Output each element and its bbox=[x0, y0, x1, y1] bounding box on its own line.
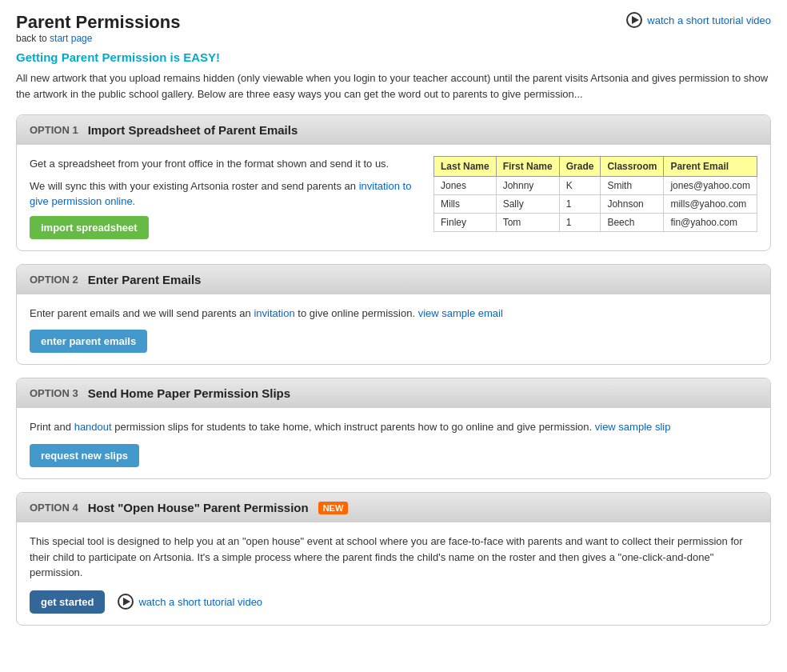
option4-tutorial-link[interactable]: watch a short tutorial video bbox=[118, 594, 262, 610]
option3-label: OPTION 3 bbox=[30, 387, 78, 399]
col-lastname: Last Name bbox=[433, 157, 496, 177]
back-link-container: back to start page bbox=[16, 33, 180, 44]
page-title: Parent Permissions bbox=[16, 12, 180, 33]
cell: Mills bbox=[433, 195, 496, 214]
cell: Smith bbox=[601, 177, 664, 195]
option3-header: OPTION 3 Send Home Paper Permission Slip… bbox=[17, 378, 770, 408]
option1-content: Get a spreadsheet from your front office… bbox=[17, 145, 770, 250]
handout-link[interactable]: handout bbox=[74, 421, 112, 433]
view-sample-slip-link[interactable]: view sample slip bbox=[595, 421, 671, 433]
spreadsheet-table: Last Name First Name Grade Classroom Par… bbox=[433, 156, 757, 232]
cell: Sally bbox=[496, 195, 559, 214]
option4-header: OPTION 4 Host "Open House" Parent Permis… bbox=[17, 493, 770, 522]
cell: 1 bbox=[559, 195, 601, 214]
option1-label: OPTION 1 bbox=[30, 124, 78, 136]
cell: Beech bbox=[601, 214, 664, 232]
option3-text: Print and handout permission slips for s… bbox=[30, 419, 757, 436]
option4-content: This special tool is designed to help yo… bbox=[17, 522, 770, 625]
option2-text: Enter parent emails and we will send par… bbox=[30, 306, 757, 322]
header-tutorial-link[interactable]: watch a short tutorial video bbox=[626, 12, 771, 28]
get-started-button[interactable]: get started bbox=[30, 590, 105, 614]
cell: Johnson bbox=[601, 195, 664, 214]
option4-description: This special tool is designed to help yo… bbox=[30, 534, 757, 581]
option2-title: Enter Parent Emails bbox=[88, 273, 202, 286]
option4-title: Host "Open House" Parent Permission bbox=[88, 501, 309, 514]
cell: Jones bbox=[433, 177, 496, 195]
option2-content: Enter parent emails and we will send par… bbox=[17, 294, 770, 365]
cell: K bbox=[559, 177, 601, 195]
page-header: Parent Permissions back to start page wa… bbox=[16, 12, 771, 44]
option1-text: Get a spreadsheet from your front office… bbox=[30, 156, 417, 239]
cell: Finley bbox=[433, 214, 496, 232]
option1-header: OPTION 1 Import Spreadsheet of Parent Em… bbox=[17, 115, 770, 145]
cell: Johnny bbox=[496, 177, 559, 195]
option1-layout: Get a spreadsheet from your front office… bbox=[30, 156, 757, 239]
option1-box: OPTION 1 Import Spreadsheet of Parent Em… bbox=[16, 114, 771, 251]
tutorial-link-bottom[interactable]: watch a short tutorial video bbox=[138, 596, 262, 608]
option3-box: OPTION 3 Send Home Paper Permission Slip… bbox=[16, 378, 771, 479]
option1-desc2: We will sync this with your existing Art… bbox=[30, 178, 417, 210]
option1-table-container: Last Name First Name Grade Classroom Par… bbox=[433, 156, 757, 232]
back-text: back to bbox=[16, 33, 47, 44]
header-left: Parent Permissions back to start page bbox=[16, 12, 180, 44]
option3-content: Print and handout permission slips for s… bbox=[17, 408, 770, 478]
option4-label: OPTION 4 bbox=[30, 502, 78, 514]
start-page-link[interactable]: start page bbox=[50, 33, 92, 44]
option2-label: OPTION 2 bbox=[30, 274, 78, 286]
cell: 1 bbox=[559, 214, 601, 232]
invitation-link2[interactable]: invitation bbox=[254, 307, 294, 319]
request-new-slips-button[interactable]: request new slips bbox=[30, 444, 139, 467]
play-triangle bbox=[632, 16, 639, 24]
option1-desc1: Get a spreadsheet from your front office… bbox=[30, 156, 417, 172]
enter-parent-emails-button[interactable]: enter parent emails bbox=[30, 330, 147, 353]
option3-title: Send Home Paper Permission Slips bbox=[88, 386, 290, 400]
col-grade: Grade bbox=[559, 157, 601, 177]
play-icon-bottom bbox=[118, 594, 134, 610]
option4-box: OPTION 4 Host "Open House" Parent Permis… bbox=[16, 492, 771, 626]
col-firstname: First Name bbox=[496, 157, 559, 177]
tutorial-link-top[interactable]: watch a short tutorial video bbox=[647, 14, 771, 26]
intro-text: All new artwork that you upload remains … bbox=[16, 70, 771, 102]
import-spreadsheet-button[interactable]: import spreadsheet bbox=[30, 216, 149, 239]
easy-heading: Getting Parent Permission is EASY! bbox=[16, 50, 771, 64]
col-email: Parent Email bbox=[664, 157, 757, 177]
option4-footer: get started watch a short tutorial video bbox=[30, 590, 757, 614]
option1-title: Import Spreadsheet of Parent Emails bbox=[88, 123, 298, 137]
col-classroom: Classroom bbox=[601, 157, 664, 177]
play-icon bbox=[626, 12, 642, 28]
new-badge: NEW bbox=[318, 502, 349, 514]
table-row: Finley Tom 1 Beech fin@yahoo.com bbox=[433, 214, 757, 232]
invitation-link[interactable]: invitation to give permission online. bbox=[30, 180, 411, 208]
view-sample-email-link[interactable]: view sample email bbox=[418, 307, 503, 319]
cell: jones@yahoo.com bbox=[664, 177, 757, 195]
cell: Tom bbox=[496, 214, 559, 232]
cell: fin@yahoo.com bbox=[664, 214, 757, 232]
play-triangle-bottom bbox=[123, 598, 130, 606]
cell: mills@yahoo.com bbox=[664, 195, 757, 214]
option2-box: OPTION 2 Enter Parent Emails Enter paren… bbox=[16, 264, 771, 366]
option2-header: OPTION 2 Enter Parent Emails bbox=[17, 265, 770, 294]
table-row: Jones Johnny K Smith jones@yahoo.com bbox=[433, 177, 757, 195]
table-row: Mills Sally 1 Johnson mills@yahoo.com bbox=[433, 195, 757, 214]
